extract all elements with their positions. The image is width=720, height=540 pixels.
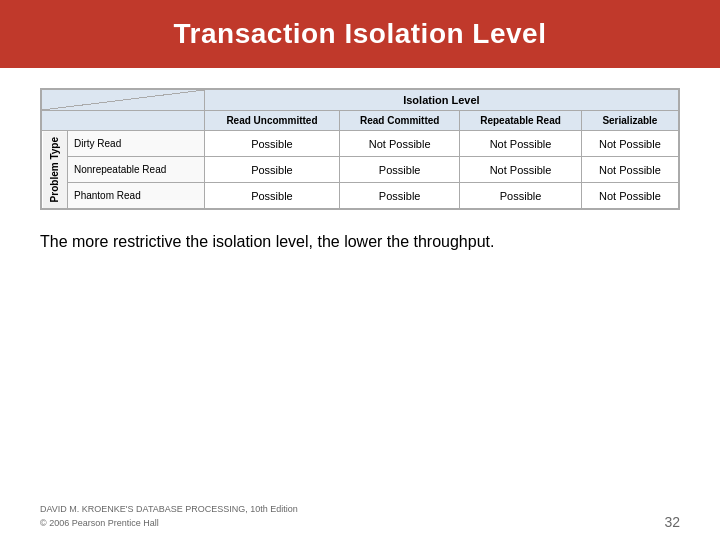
empty-header xyxy=(42,111,205,131)
footer-line1: DAVID M. KROENKE'S DATABASE PROCESSING, … xyxy=(40,503,298,517)
description-text: The more restrictive the isolation level… xyxy=(40,226,680,258)
problem-type-cell: Problem Type xyxy=(42,131,68,209)
footer-page-number: 32 xyxy=(664,514,680,530)
cell-2-3: Not Possible xyxy=(581,183,678,209)
col-serializable: Serializable xyxy=(581,111,678,131)
cell-1-3: Not Possible xyxy=(581,157,678,183)
footer-line2: © 2006 Pearson Prentice Hall xyxy=(40,517,298,531)
isolation-level-header: Isolation Level xyxy=(204,90,678,111)
title-text: Transaction Isolation Level xyxy=(174,18,547,49)
isolation-table: Isolation Level Read Uncommitted Read Co… xyxy=(41,89,679,209)
table-header-sub: Read Uncommitted Read Committed Repeatab… xyxy=(42,111,679,131)
cell-0-3: Not Possible xyxy=(581,131,678,157)
row-phantom-label: Phantom Read xyxy=(67,183,204,209)
col-repeatable-read: Repeatable Read xyxy=(460,111,582,131)
row-dirty-read-label: Dirty Read xyxy=(67,131,204,157)
cell-1-0: Possible xyxy=(204,157,339,183)
footer-left: DAVID M. KROENKE'S DATABASE PROCESSING, … xyxy=(40,503,298,530)
cell-2-2: Possible xyxy=(460,183,582,209)
table-header-top: Isolation Level xyxy=(42,90,679,111)
table-row: Phantom Read Possible Possible Possible xyxy=(42,183,679,209)
cell-2-0: Possible xyxy=(204,183,339,209)
cell-0-0: Possible xyxy=(204,131,339,157)
table-row: Problem Type Dirty Read Possible Not Pos… xyxy=(42,131,679,157)
slide-footer: DAVID M. KROENKE'S DATABASE PROCESSING, … xyxy=(0,495,720,540)
cell-0-2: Not Possible xyxy=(460,131,582,157)
isolation-table-container: Isolation Level Read Uncommitted Read Co… xyxy=(40,88,680,210)
cell-1-2: Not Possible xyxy=(460,157,582,183)
row-nonrepeatable-label: Nonrepeatable Read xyxy=(67,157,204,183)
slide-content: Isolation Level Read Uncommitted Read Co… xyxy=(0,68,720,495)
col-read-committed: Read Committed xyxy=(340,111,460,131)
table-body: Problem Type Dirty Read Possible Not Pos… xyxy=(42,131,679,209)
cell-1-1: Possible xyxy=(340,157,460,183)
diagonal-header xyxy=(42,90,205,111)
cell-2-1: Possible xyxy=(340,183,460,209)
slide-title: Transaction Isolation Level xyxy=(0,0,720,68)
col-read-uncommitted: Read Uncommitted xyxy=(204,111,339,131)
cell-0-1: Not Possible xyxy=(340,131,460,157)
slide: Transaction Isolation Level Isolation Le… xyxy=(0,0,720,540)
table-row: Nonrepeatable Read Possible Possible Not… xyxy=(42,157,679,183)
